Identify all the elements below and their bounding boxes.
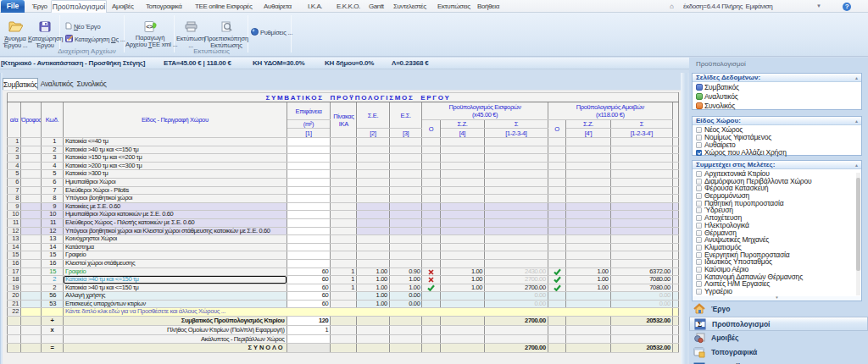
svg-text:Σ: Σ [698, 321, 702, 328]
